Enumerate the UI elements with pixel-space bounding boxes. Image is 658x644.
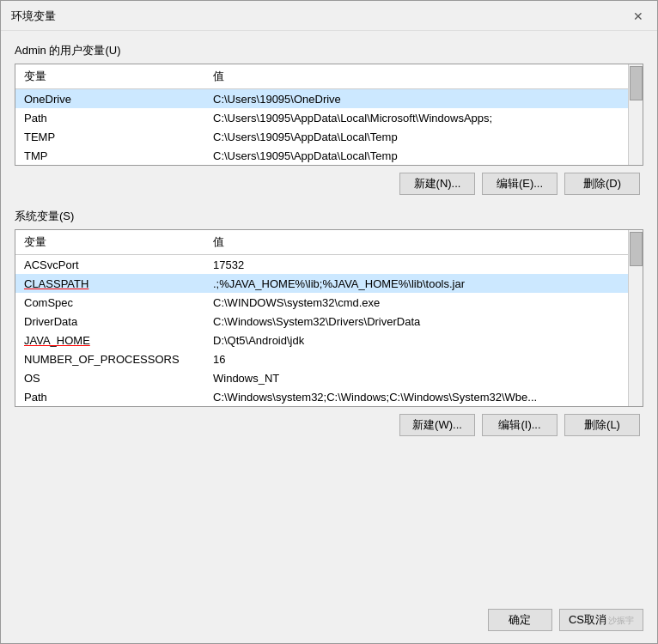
table-row[interactable]: ACSvcPort 17532 — [15, 255, 628, 274]
user-row-3-val: C:\Users\19095\AppData\Local\Temp — [210, 149, 623, 163]
bottom-btn-row: 确定 CS取消沙振宇 — [1, 600, 657, 643]
sys-row-6-val: Windows_NT — [210, 371, 623, 386]
close-button[interactable]: ✕ — [630, 8, 647, 25]
user-variables-table: 变量 值 OneDrive C:\Users\19095\OneDrive Pa… — [15, 64, 643, 166]
sys-row-0-val: 17532 — [210, 258, 623, 272]
sys-row-0-var: ACSvcPort — [21, 258, 210, 272]
user-table-header: 变量 值 — [15, 64, 628, 89]
sys-row-7-val: C:\Windows\system32;C:\Windows;C:\Window… — [210, 390, 623, 404]
table-row[interactable]: DriverData C:\Windows\System32\Drivers\D… — [15, 312, 628, 331]
user-col-val: 值 — [210, 67, 623, 86]
sys-btn-row: 新建(W)... 编辑(I)... 删除(L) — [15, 414, 643, 436]
cancel-button[interactable]: CS取消沙振宇 — [559, 609, 643, 631]
user-row-0-var: OneDrive — [21, 92, 210, 106]
cancel-label: CS取消 — [569, 613, 606, 626]
user-section-label: Admin 的用户变量(U) — [15, 43, 643, 58]
user-variables-section: Admin 的用户变量(U) 变量 值 OneDrive C:\Users\19… — [15, 43, 643, 195]
dialog-title: 环境变量 — [11, 9, 56, 24]
sys-col-val: 值 — [210, 233, 623, 252]
sys-row-7-var: Path — [21, 390, 210, 404]
user-row-1-var: Path — [21, 111, 210, 125]
user-btn-row: 新建(N)... 编辑(E)... 删除(D) — [15, 173, 643, 195]
table-row[interactable]: ComSpec C:\WINDOWS\system32\cmd.exe — [15, 293, 628, 312]
sys-row-6-var: OS — [21, 371, 210, 386]
ok-button[interactable]: 确定 — [488, 609, 552, 631]
sys-row-2-val: C:\WINDOWS\system32\cmd.exe — [210, 295, 623, 310]
dialog-body: Admin 的用户变量(U) 变量 值 OneDrive C:\Users\19… — [1, 31, 657, 600]
table-row[interactable]: NUMBER_OF_PROCESSORS 16 — [15, 349, 628, 368]
sys-row-5-val: 16 — [210, 352, 623, 367]
watermark: 沙振宇 — [608, 616, 634, 625]
title-bar: 环境变量 ✕ — [1, 1, 657, 31]
user-table-body: OneDrive C:\Users\19095\OneDrive Path C:… — [15, 89, 628, 165]
sys-col-var: 变量 — [21, 233, 210, 252]
table-row[interactable]: TMP C:\Users\19095\AppData\Local\Temp — [15, 146, 628, 165]
environment-variables-dialog: 环境变量 ✕ Admin 的用户变量(U) 变量 值 OneDrive — [0, 0, 658, 644]
sys-variables-section: 系统变量(S) 变量 值 ACSvcPort 17532 — [15, 209, 643, 436]
sys-edit-button[interactable]: 编辑(I)... — [482, 414, 557, 436]
user-row-0-val: C:\Users\19095\OneDrive — [210, 92, 623, 106]
user-row-2-var: TEMP — [21, 130, 210, 144]
sys-table-body: ACSvcPort 17532 CLASSPATH .;%JAVA_HOME%\… — [15, 255, 628, 406]
user-table-inner: 变量 值 OneDrive C:\Users\19095\OneDrive Pa… — [15, 64, 628, 165]
user-table-scrollbar[interactable] — [628, 64, 643, 165]
table-row[interactable]: CLASSPATH .;%JAVA_HOME%\lib;%JAVA_HOME%\… — [15, 274, 628, 293]
table-row[interactable]: JAVA_HOME D:\Qt5\Android\jdk — [15, 331, 628, 349]
sys-row-5-var: NUMBER_OF_PROCESSORS — [21, 352, 210, 367]
sys-section-label: 系统变量(S) — [15, 209, 643, 224]
sys-delete-button[interactable]: 删除(L) — [564, 414, 640, 436]
sys-row-1-var: CLASSPATH — [21, 276, 210, 291]
sys-row-3-val: C:\Windows\System32\Drivers\DriverData — [210, 314, 623, 329]
user-row-1-val: C:\Users\19095\AppData\Local\Microsoft\W… — [210, 111, 623, 125]
sys-row-4-val: D:\Qt5\Android\jdk — [210, 333, 623, 348]
user-delete-button[interactable]: 删除(D) — [564, 173, 640, 195]
user-col-var: 变量 — [21, 67, 210, 86]
sys-new-button[interactable]: 新建(W)... — [399, 414, 475, 436]
user-row-2-val: C:\Users\19095\AppData\Local\Temp — [210, 130, 623, 144]
user-scroll-thumb[interactable] — [630, 66, 643, 100]
table-row[interactable]: OS Windows_NT — [15, 368, 628, 387]
user-new-button[interactable]: 新建(N)... — [399, 173, 475, 195]
sys-table-header: 变量 值 — [15, 230, 628, 255]
sys-scroll-thumb[interactable] — [630, 232, 643, 266]
table-row[interactable]: Path C:\Windows\system32;C:\Windows;C:\W… — [15, 387, 628, 406]
sys-table-scrollbar[interactable] — [628, 230, 643, 406]
table-row[interactable]: OneDrive C:\Users\19095\OneDrive — [15, 89, 628, 108]
sys-table-inner: 变量 值 ACSvcPort 17532 CLASSPATH .;%JAVA_H… — [15, 230, 628, 406]
sys-variables-table: 变量 值 ACSvcPort 17532 CLASSPATH .;%JAVA_H… — [15, 229, 643, 407]
table-row[interactable]: Path C:\Users\19095\AppData\Local\Micros… — [15, 108, 628, 127]
table-row[interactable]: TEMP C:\Users\19095\AppData\Local\Temp — [15, 127, 628, 146]
sys-row-3-var: DriverData — [21, 314, 210, 329]
sys-row-4-var: JAVA_HOME — [21, 333, 210, 348]
sys-row-2-var: ComSpec — [21, 295, 210, 310]
user-edit-button[interactable]: 编辑(E)... — [482, 173, 557, 195]
user-row-3-var: TMP — [21, 149, 210, 163]
sys-row-1-val: .;%JAVA_HOME%\lib;%JAVA_HOME%\lib\tools.… — [210, 276, 623, 291]
